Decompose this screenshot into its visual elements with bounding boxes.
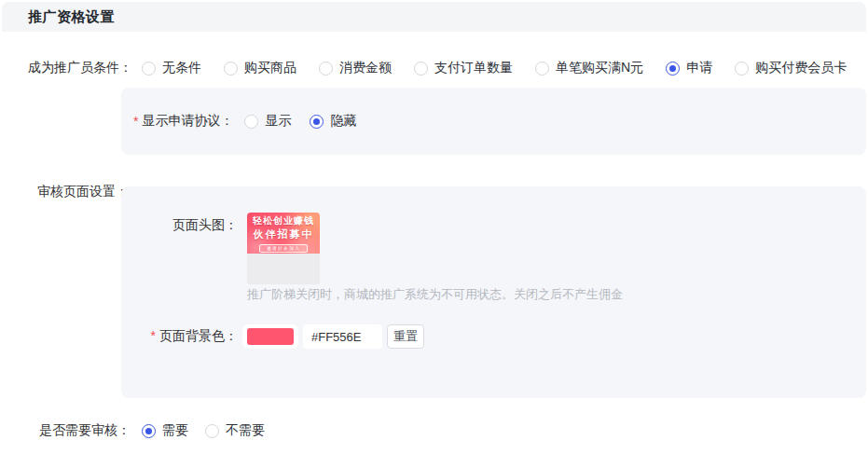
radio-hide-agreement[interactable]: 隐藏 bbox=[310, 113, 356, 130]
radio-icon bbox=[319, 62, 333, 76]
section-header: 推广资格设置 bbox=[2, 2, 866, 32]
background-color-label: *页面背景色： bbox=[121, 328, 238, 345]
radio-icon bbox=[535, 62, 549, 76]
required-asterisk: * bbox=[151, 328, 156, 343]
color-swatch-picker[interactable] bbox=[242, 324, 298, 349]
promotion-hint-text: 推广阶梯关闭时，商城的推广系统为不可用状态。关闭之后不产生佣金 bbox=[247, 286, 623, 303]
color-swatch bbox=[247, 328, 294, 345]
radio-spend-amount[interactable]: 消费金额 bbox=[319, 60, 392, 76]
audit-page-section-label: 审核页面设置： bbox=[37, 184, 129, 200]
radio-buy-product[interactable]: 购买商品 bbox=[224, 60, 296, 76]
promoter-condition-label: 成为推广员条件： bbox=[28, 60, 132, 76]
background-color-row: *页面背景色： 重置 bbox=[121, 324, 424, 349]
radio-paid-member-card[interactable]: 购买付费会员卡 bbox=[735, 60, 847, 76]
header-image-upload-preview[interactable]: 轻松创业赚钱 伙伴招募中 邀请好友加入 bbox=[247, 213, 320, 284]
agreement-radio-group: 显示 隐藏 bbox=[244, 113, 356, 130]
agreement-label: 显示申请协议： bbox=[142, 113, 233, 130]
image-placeholder bbox=[247, 254, 320, 284]
header-image-row: 页面头图： 轻松创业赚钱 伙伴招募中 邀请好友加入 bbox=[121, 213, 320, 284]
radio-apply[interactable]: 申请 bbox=[666, 60, 712, 76]
radio-icon bbox=[310, 115, 324, 129]
header-image-label: 页面头图： bbox=[121, 213, 238, 284]
radio-icon bbox=[735, 62, 749, 76]
radio-icon bbox=[666, 62, 680, 76]
hex-color-input[interactable] bbox=[303, 324, 382, 349]
reset-button[interactable]: 重置 bbox=[387, 324, 424, 349]
audit-required-label: 是否需要审核： bbox=[39, 422, 131, 439]
radio-icon bbox=[414, 62, 428, 76]
promotion-settings-card: 推广资格设置 成为推广员条件： 无条件 购买商品 消费金额 支付订单数量 bbox=[0, 0, 868, 454]
page-title: 推广资格设置 bbox=[28, 8, 115, 26]
agreement-panel: * 显示申请协议： 显示 隐藏 bbox=[121, 88, 866, 155]
audit-required-row: 是否需要审核： 需要 不需要 bbox=[39, 422, 265, 439]
radio-icon bbox=[205, 424, 219, 438]
radio-need-audit[interactable]: 需要 bbox=[142, 422, 188, 439]
radio-paid-order-count[interactable]: 支付订单数量 bbox=[414, 60, 513, 76]
radio-icon bbox=[224, 62, 238, 76]
audit-page-panel: 页面头图： 轻松创业赚钱 伙伴招募中 邀请好友加入 推广阶梯关闭时，商城的推广系… bbox=[121, 186, 866, 398]
radio-no-audit[interactable]: 不需要 bbox=[205, 422, 265, 439]
audit-required-radio-group: 需要 不需要 bbox=[142, 422, 265, 439]
radio-icon bbox=[244, 115, 258, 129]
radio-icon bbox=[142, 424, 156, 438]
banner-pill: 邀请好友加入 bbox=[259, 244, 308, 253]
radio-icon bbox=[142, 62, 156, 76]
promoter-condition-radio-group: 无条件 购买商品 消费金额 支付订单数量 单笔购买满N元 申请 bbox=[142, 60, 847, 76]
required-asterisk: * bbox=[133, 114, 138, 129]
promo-banner-image: 轻松创业赚钱 伙伴招募中 邀请好友加入 bbox=[247, 213, 320, 254]
promoter-condition-row: 成为推广员条件： 无条件 购买商品 消费金额 支付订单数量 单笔购买满N元 bbox=[28, 60, 847, 76]
radio-no-condition[interactable]: 无条件 bbox=[142, 60, 201, 76]
agreement-row: * 显示申请协议： 显示 隐藏 bbox=[133, 113, 356, 130]
radio-show-agreement[interactable]: 显示 bbox=[244, 113, 291, 130]
radio-single-purchase-n-yuan[interactable]: 单笔购买满N元 bbox=[535, 60, 643, 76]
